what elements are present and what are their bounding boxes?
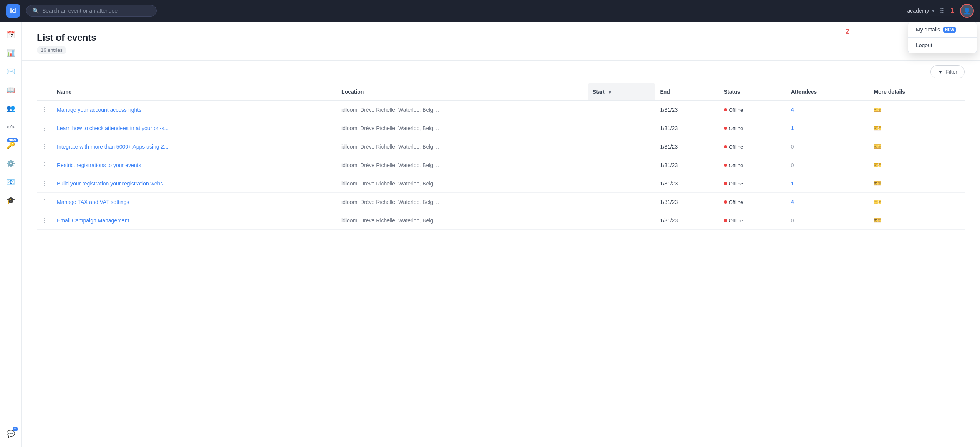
th-menu: [37, 83, 52, 101]
th-location[interactable]: Location: [337, 83, 588, 101]
row-menu-icon[interactable]: ⋮: [41, 125, 48, 131]
event-name-link[interactable]: Restrict registrations to your events: [57, 162, 141, 168]
sidebar-item-settings[interactable]: ⚙️: [2, 155, 19, 172]
th-more-details[interactable]: More details: [869, 83, 965, 101]
status-label: Offline: [729, 162, 743, 168]
event-status-cell: Offline: [719, 174, 786, 193]
details-icon[interactable]: 🎫: [874, 143, 881, 150]
status-dot: [724, 145, 727, 148]
event-location-cell: idloom, Drève Richelle, Waterloo, Belgi.…: [337, 211, 588, 230]
event-name-link[interactable]: Build your registration your registratio…: [57, 180, 167, 187]
details-icon[interactable]: 🎫: [874, 217, 881, 224]
event-name-link[interactable]: Learn how to check attendees in at your …: [57, 125, 169, 131]
sidebar-item-calendar[interactable]: 📅: [2, 26, 19, 43]
event-attendees-cell: 4: [786, 193, 869, 211]
search-bar[interactable]: 🔍 Search an event or an attendee: [26, 5, 157, 17]
sidebar-item-code[interactable]: </>: [2, 118, 19, 135]
event-location: idloom, Drève Richelle, Waterloo, Belgi.…: [341, 107, 439, 113]
event-start-cell: [588, 156, 656, 174]
th-status[interactable]: Status: [719, 83, 786, 101]
analytics-icon: 📊: [7, 49, 15, 57]
event-location: idloom, Drève Richelle, Waterloo, Belgi.…: [341, 180, 439, 187]
grid-icon[interactable]: ⠿: [940, 7, 944, 15]
status-dot: [724, 108, 727, 111]
table-row: ⋮ Build your registration your registrat…: [37, 174, 965, 193]
th-name[interactable]: Name: [52, 83, 337, 101]
th-attendees[interactable]: Attendees: [786, 83, 869, 101]
table-row: ⋮ Integrate with more than 5000+ Apps us…: [37, 137, 965, 156]
attendees-count: 1: [791, 125, 794, 131]
sidebar-item-academy[interactable]: 🎓: [2, 192, 19, 209]
sidebar-item-book[interactable]: 📖: [2, 81, 19, 98]
sidebar-item-users[interactable]: 👥: [2, 100, 19, 117]
row-menu-cell: ⋮: [37, 119, 52, 137]
details-icon[interactable]: 🎫: [874, 125, 881, 131]
my-details-label: My details: [916, 26, 940, 33]
main-content: List of events 16 entries ▼ Filter Name …: [22, 22, 980, 447]
logout-label: Logout: [916, 42, 932, 48]
row-menu-cell: ⋮: [37, 211, 52, 230]
sidebar-item-access[interactable]: 🔑 NEW: [2, 137, 19, 154]
row-menu-icon[interactable]: ⋮: [41, 180, 48, 187]
sidebar: 📅 📊 ✉️ 📖 👥 </> 🔑 NEW ⚙️ 📧 🎓: [0, 22, 22, 447]
event-status-cell: Offline: [719, 211, 786, 230]
event-attendees-cell: 0: [786, 156, 869, 174]
details-icon[interactable]: 🎫: [874, 106, 881, 113]
new-badge: NEW: [7, 138, 18, 142]
event-attendees-cell: 0: [786, 137, 869, 156]
details-icon[interactable]: 🎫: [874, 162, 881, 168]
search-icon: 🔍: [33, 8, 39, 14]
th-start[interactable]: Start ▼: [588, 83, 656, 101]
details-icon[interactable]: 🎫: [874, 199, 881, 205]
event-end: 1/31/23: [660, 107, 678, 113]
th-end[interactable]: End: [655, 83, 719, 101]
attendees-count: 0: [791, 144, 794, 150]
event-status-cell: Offline: [719, 101, 786, 119]
event-name-link[interactable]: Email Campaign Management: [57, 217, 129, 224]
row-menu-icon[interactable]: ⋮: [41, 106, 48, 113]
event-status-cell: Offline: [719, 137, 786, 156]
event-start-cell: [588, 193, 656, 211]
sidebar-item-chat[interactable]: 💬 ?: [2, 425, 19, 442]
status-badge: Offline: [724, 162, 743, 168]
status-label: Offline: [729, 126, 743, 131]
event-details-cell: 🎫: [869, 211, 965, 230]
my-details-item[interactable]: My details NEW: [908, 22, 977, 37]
status-label: Offline: [729, 199, 743, 205]
sidebar-item-analytics[interactable]: 📊: [2, 45, 19, 61]
status-dot: [724, 182, 727, 185]
row-menu-icon[interactable]: ⋮: [41, 217, 48, 224]
event-location: idloom, Drève Richelle, Waterloo, Belgi.…: [341, 125, 439, 131]
event-attendees-cell: 4: [786, 101, 869, 119]
row-menu-icon[interactable]: ⋮: [41, 162, 48, 168]
filter-button[interactable]: ▼ Filter: [930, 65, 965, 78]
table-row: ⋮ Restrict registrations to your events …: [37, 156, 965, 174]
step1-badge: 1: [950, 7, 954, 14]
details-icon[interactable]: 🎫: [874, 180, 881, 187]
event-end-cell: 1/31/23: [655, 211, 719, 230]
logo[interactable]: id: [6, 4, 20, 18]
row-menu-icon[interactable]: ⋮: [41, 199, 48, 205]
content-header: List of events 16 entries: [22, 22, 980, 61]
event-end-cell: 1/31/23: [655, 101, 719, 119]
event-end-cell: 1/31/23: [655, 137, 719, 156]
user-avatar[interactable]: 👤: [960, 4, 974, 18]
sidebar-item-campaigns[interactable]: 📧: [2, 174, 19, 190]
event-end-cell: 1/31/23: [655, 174, 719, 193]
event-location-cell: idloom, Drève Richelle, Waterloo, Belgi.…: [337, 156, 588, 174]
event-start-cell: [588, 211, 656, 230]
event-name-link[interactable]: Integrate with more than 5000+ Apps usin…: [57, 144, 169, 150]
event-name-link[interactable]: Manage your account access rights: [57, 107, 141, 113]
status-label: Offline: [729, 181, 743, 187]
event-name-cell: Manage TAX and VAT settings: [52, 193, 337, 211]
account-selector[interactable]: academy ▼: [907, 8, 935, 14]
events-table: Name Location Start ▼ End Status Attende…: [37, 83, 965, 230]
event-location-cell: idloom, Drève Richelle, Waterloo, Belgi.…: [337, 119, 588, 137]
event-status-cell: Offline: [719, 119, 786, 137]
event-attendees-cell: 0: [786, 211, 869, 230]
sidebar-item-email[interactable]: ✉️: [2, 63, 19, 80]
events-table-container: Name Location Start ▼ End Status Attende…: [22, 83, 980, 447]
event-name-link[interactable]: Manage TAX and VAT settings: [57, 199, 129, 205]
row-menu-icon[interactable]: ⋮: [41, 143, 48, 150]
logout-item[interactable]: Logout: [908, 38, 977, 53]
